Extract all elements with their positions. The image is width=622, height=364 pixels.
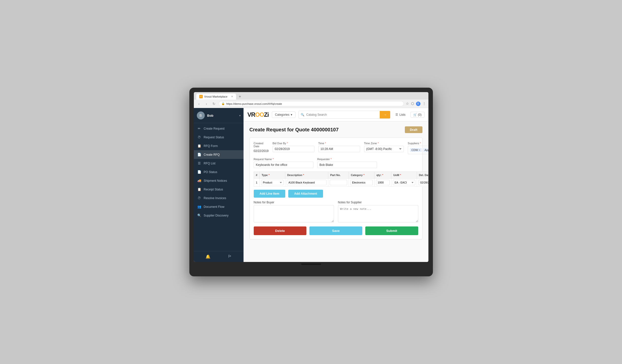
description-input[interactable] (287, 180, 327, 185)
cart-icon: 🛒 (413, 113, 417, 116)
browser-chrome: V Vroozi Marketplace × + ‹ › ↻ 🔒 https:/… (194, 92, 428, 108)
table-row: 1 Product (254, 179, 428, 187)
sidebar-item-receipt-status[interactable]: 📋 Receipt Status (194, 185, 244, 194)
submit-button[interactable]: Submit (365, 226, 418, 235)
sidebar-item-po-status[interactable]: 📄 PO Status (194, 168, 244, 176)
sidebar-user[interactable]: B Bob ▾ (194, 108, 244, 123)
sidebar-footer: 🔔 🏳 (194, 251, 244, 262)
table-actions-row: Add Line Item Add Attachment (254, 190, 418, 198)
notes-buyer-textarea[interactable] (254, 205, 334, 222)
suppliers-label: Suppliers * (408, 142, 428, 145)
qty-input[interactable] (376, 180, 390, 185)
notification-bell-icon[interactable]: 🔔 (206, 254, 210, 259)
extensions-icon[interactable]: ⬡ (411, 102, 414, 106)
timezone-group: Time Zone * (GMT -8:00) Pacific (364, 142, 404, 152)
sidebar-item-label: Create Request (204, 127, 225, 130)
time-label: Time * (318, 142, 360, 145)
col-num: # (254, 172, 259, 179)
requester-group: Requester * (317, 158, 377, 168)
sidebar-item-label: Resolve Invoices (204, 196, 226, 200)
url-text: https://demo-purchase.vroozi.com/#/rfq/c… (226, 102, 282, 105)
new-tab-button[interactable]: + (237, 94, 243, 100)
partno-input[interactable] (330, 180, 347, 185)
notes-supplier-label: Notes for Supplier (338, 201, 418, 204)
created-date-label: Created Date (254, 142, 269, 148)
del-date-input[interactable] (418, 180, 428, 185)
forward-button[interactable]: › (204, 102, 209, 106)
search-bar: 🔍 → (298, 111, 391, 119)
user-profile-icon[interactable]: B (416, 102, 420, 106)
bid-due-by-input[interactable] (273, 146, 314, 152)
sidebar-item-resolve-invoices[interactable]: ⏱ Resolve Invoices (194, 194, 244, 202)
resolve-icon: ⏱ (197, 196, 201, 200)
col-partno: Part No. (328, 172, 349, 179)
sidebar-item-supplier-discovery[interactable]: 🔍 Supplier Discovery (194, 211, 244, 220)
menu-icon[interactable]: ⋮ (422, 102, 426, 106)
category-input[interactable] (350, 180, 373, 185)
request-status-icon: ⏱ (197, 135, 201, 139)
create-request-icon: ✏ (197, 127, 201, 130)
tab-close-button[interactable]: × (231, 95, 233, 98)
sidebar-item-document-flow[interactable]: 👥 Document Flow (194, 202, 244, 211)
col-del-date: Del. Date * (417, 172, 428, 179)
categories-button[interactable]: Categories ▾ (272, 111, 295, 118)
remove-cdw-button[interactable]: × (419, 148, 420, 151)
col-qty: qty: * (374, 172, 391, 179)
search-input[interactable] (306, 111, 380, 118)
flag-icon[interactable]: 🏳 (228, 254, 232, 259)
form-row-1: Created Date 02/22/2019 Bid Due By * (254, 142, 418, 154)
back-button[interactable]: ‹ (196, 102, 202, 106)
time-input[interactable] (318, 146, 360, 152)
search-go-button[interactable]: → (380, 111, 390, 118)
add-line-item-button[interactable]: Add Line Item (254, 190, 285, 198)
bid-due-by-label: Bid Due By * (273, 142, 314, 145)
url-bar[interactable]: 🔒 https://demo-purchase.vroozi.com/#/rfq… (219, 101, 404, 106)
vroozi-logo: VROOZi (248, 111, 269, 118)
suppliers-box[interactable]: CDW × Apple Inc × + (408, 146, 428, 154)
sidebar-item-create-rfq[interactable]: 📄 Create RFQ (194, 150, 244, 159)
add-attachment-button[interactable]: Add Attachment (288, 190, 323, 198)
url-lock-icon: 🔒 (221, 102, 225, 105)
row-del-date (417, 179, 428, 187)
sidebar-item-label: RFQ List (204, 162, 215, 165)
sidebar-item-request-status[interactable]: ⏱ Request Status (194, 133, 244, 142)
create-rfq-icon: 📄 (197, 153, 201, 156)
sidebar-item-label: Create RFQ (204, 153, 220, 156)
po-status-icon: 📄 (197, 170, 201, 174)
sidebar-item-rfq-list[interactable]: ☰ RFQ List (194, 159, 244, 168)
draft-badge: Draft (405, 126, 422, 133)
col-type: Type * (259, 172, 285, 179)
sidebar-item-rfq-form[interactable]: 📋 RFQ Form (194, 142, 244, 150)
request-name-group: Request Name * (254, 158, 313, 168)
sidebar-item-shipment-notices[interactable]: 🚚 Shipment Notices (194, 176, 244, 185)
col-description: Description * (285, 172, 328, 179)
cart-button[interactable]: 🛒 (0) (411, 112, 424, 118)
browser-tab[interactable]: V Vroozi Marketplace × (196, 94, 236, 100)
app-main: VROOZi Categories ▾ 🔍 → ☰ Lists (244, 108, 428, 262)
page-title: Create Request for Quote 4000000107 (249, 127, 339, 133)
sidebar-item-create-request[interactable]: ✏ Create Request (194, 124, 244, 133)
save-button[interactable]: Save (309, 226, 362, 235)
categories-label: Categories (275, 113, 290, 116)
supplier-tag-cdw: CDW × (410, 148, 422, 152)
bookmark-icon[interactable]: ☆ (406, 102, 409, 106)
rfq-form-icon: 📋 (197, 144, 201, 148)
notes-supplier-textarea[interactable] (338, 205, 418, 222)
requester-label: Requester * (317, 158, 377, 161)
refresh-button[interactable]: ↻ (211, 102, 217, 106)
lists-button[interactable]: ☰ Lists (393, 112, 408, 118)
delete-button[interactable]: Delete (254, 226, 307, 235)
lists-icon: ☰ (395, 113, 398, 116)
uom-select[interactable]: EA - EACI (393, 180, 415, 185)
requester-input[interactable] (317, 162, 377, 168)
col-category: Category * (349, 172, 374, 179)
cart-label: (0) (418, 113, 422, 116)
request-name-input[interactable] (254, 162, 313, 168)
tab-favicon: V (199, 95, 203, 98)
timezone-select[interactable]: (GMT -8:00) Pacific (364, 146, 404, 152)
row-qty (374, 179, 391, 187)
type-select[interactable]: Product (261, 180, 284, 185)
search-icon: 🔍 (299, 113, 306, 116)
app-header: VROOZi Categories ▾ 🔍 → ☰ Lists (244, 108, 428, 121)
sidebar-item-label: Document Flow (204, 205, 224, 209)
